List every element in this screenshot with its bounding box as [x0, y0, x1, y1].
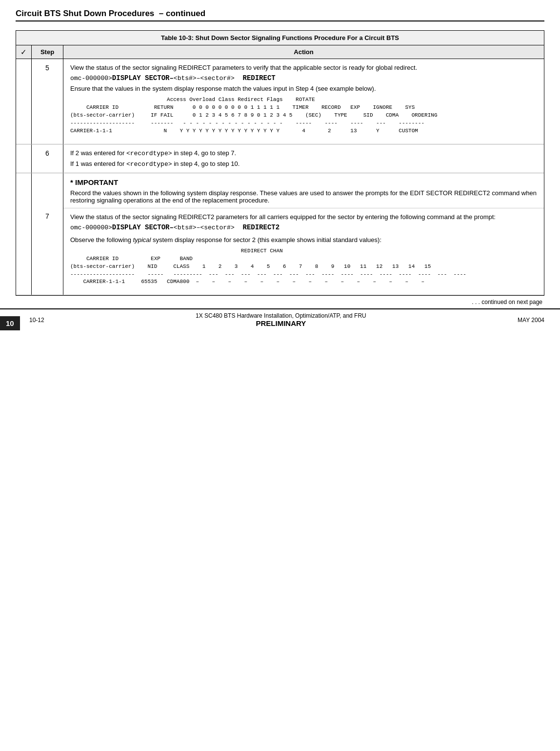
step6-line1-code: <recordtype>	[126, 150, 172, 157]
step5-command: omc-000000>DISPLAY SECTOR–<bts#>–<sector…	[70, 74, 537, 82]
page-header: Circuit BTS Shut Down Procedures – conti…	[16, 9, 544, 21]
footer-center-prelim: PRELIMINARY	[256, 319, 306, 327]
step7-cmd-prefix: omc-000000>	[70, 224, 112, 231]
typical-italic: typical	[133, 236, 151, 244]
step-cell-6: 6	[32, 144, 63, 173]
table-caption: Table 10-3: Shut Down Sector Signaling F…	[16, 31, 544, 45]
continued-text: . . . continued on next page	[16, 296, 544, 308]
step5-para3: Ensure that the values in the system dis…	[70, 85, 537, 92]
step6-line1-suffix: in step 4, go to step 7.	[172, 149, 237, 157]
step6-line2: If 1 was entered for <recordtype> in ste…	[70, 160, 537, 168]
important-body: Record the values shown in the following…	[70, 189, 537, 204]
caption-text: Shut Down Sector Signaling Functions Pro…	[194, 34, 399, 41]
step7-para3: Observe the following typical system dis…	[70, 236, 537, 244]
step7-cmd-end: REDIRECT2	[235, 223, 280, 231]
step-col-header: Step	[32, 45, 63, 59]
header-subtitle-text: – continued	[159, 9, 205, 18]
check-cell-5	[16, 59, 32, 144]
page-container: Circuit BTS Shut Down Procedures – conti…	[0, 0, 560, 308]
step6-line2-prefix: If 1 was entered for	[70, 160, 126, 167]
check-cell-6	[16, 144, 32, 173]
page-title: Circuit BTS Shut Down Procedures – conti…	[16, 9, 205, 18]
step5-cmd-main: DISPLAY SECTOR–	[112, 74, 174, 82]
step6-line2-suffix: in step 4, go to step 10.	[172, 160, 240, 167]
step5-para1: View the status of the sector signaling …	[70, 64, 537, 71]
check-col-header: ✓	[16, 45, 32, 59]
step-cell-7: 7	[32, 173, 63, 295]
caption-bold: Table 10-3:	[161, 34, 194, 41]
check-cell-7	[16, 173, 32, 295]
step5-cmd-bts: <bts#>–<sector#>	[174, 75, 235, 82]
important-heading: * IMPORTANT	[70, 178, 537, 186]
continued-label: . . . continued on next page	[472, 299, 542, 305]
table-row-6: 6 If 2 was entered for <recordtype> in s…	[16, 144, 544, 173]
step7-para1: View the status of the sector signaling …	[70, 213, 537, 221]
step5-cmd-prefix: omc-000000>	[70, 75, 112, 82]
footer-center-line1: 1X SC480 BTS Hardware Installation, Opti…	[196, 312, 366, 319]
main-table: Table 10-3: Shut Down Sector Signaling F…	[16, 30, 544, 296]
step6-line1-prefix: If 2 was entered for	[70, 149, 126, 157]
footer-center: 1X SC480 BTS Hardware Installation, Opti…	[196, 312, 366, 327]
step-cell-5: 5	[32, 59, 63, 144]
step5-mono: Access Overload Class Redirect Flags ROT…	[70, 96, 537, 135]
column-headers: ✓ Step Action	[16, 45, 544, 59]
step7-right: * IMPORTANT Record the values shown in t…	[63, 173, 544, 295]
action-col-header: Action	[63, 45, 544, 59]
table-row-7: 7 * IMPORTANT Record the values shown in…	[16, 173, 544, 296]
table-row-5: 5 View the status of the sector signalin…	[16, 59, 544, 144]
step7-important-block: * IMPORTANT Record the values shown in t…	[63, 173, 544, 208]
step7-mono: REDIRECT CHAN CARRIER ID EXP BAND (bts-s…	[70, 247, 537, 286]
action-cell-6: If 2 was entered for <recordtype> in ste…	[63, 144, 544, 173]
page-number-box: 10	[0, 316, 20, 330]
footer-left: 10-12	[29, 317, 44, 324]
step7-command: omc-000000>DISPLAY SECTOR–<bts#>–<sector…	[70, 223, 537, 231]
step5-cmd-end: REDIRECT	[235, 74, 276, 82]
step6-line1: If 2 was entered for <recordtype> in ste…	[70, 149, 537, 157]
footer-right: MAY 2004	[518, 317, 544, 324]
header-title-text: Circuit BTS Shut Down Procedures	[16, 9, 154, 18]
check-icon: ✓	[20, 48, 27, 57]
page-footer: 10 10-12 1X SC480 BTS Hardware Installat…	[0, 308, 560, 330]
step7-cmd-main: DISPLAY SECTOR–	[112, 223, 174, 231]
step7-content: View the status of the sector signaling …	[63, 208, 544, 295]
step7-cmd-bts: <bts#>–<sector#>	[174, 224, 235, 231]
step6-line2-code: <recordtype>	[126, 161, 172, 168]
action-cell-5: View the status of the sector signaling …	[63, 59, 544, 144]
